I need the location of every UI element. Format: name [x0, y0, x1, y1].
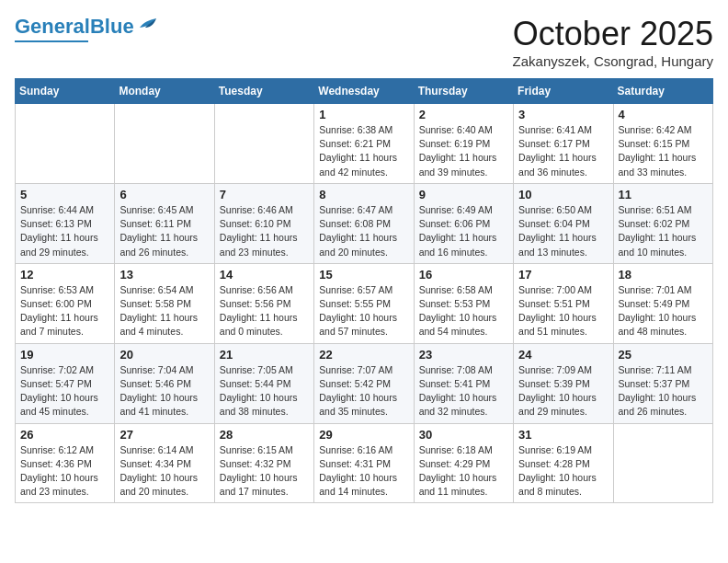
day-info: Sunrise: 6:58 AM Sunset: 5:53 PM Dayligh… — [419, 283, 508, 339]
day-info: Sunrise: 6:49 AM Sunset: 6:06 PM Dayligh… — [419, 203, 508, 259]
logo: GeneralBlue — [15, 15, 158, 44]
day-info: Sunrise: 6:44 AM Sunset: 6:13 PM Dayligh… — [20, 203, 109, 259]
calendar-cell: 19Sunrise: 7:02 AM Sunset: 5:47 PM Dayli… — [16, 343, 115, 423]
weekday-header: Thursday — [414, 79, 513, 104]
weekday-header: Monday — [115, 79, 214, 104]
day-number: 27 — [119, 428, 209, 442]
day-info: Sunrise: 6:12 AM Sunset: 4:36 PM Dayligh… — [20, 443, 109, 500]
day-number: 25 — [619, 348, 708, 362]
day-number: 29 — [319, 428, 408, 442]
calendar-cell: 11Sunrise: 6:51 AM Sunset: 6:02 PM Dayli… — [613, 183, 712, 263]
logo-blue: Blue — [90, 15, 134, 38]
calendar-cell: 22Sunrise: 7:07 AM Sunset: 5:42 PM Dayli… — [314, 343, 414, 423]
day-info: Sunrise: 6:41 AM Sunset: 6:17 PM Dayligh… — [518, 123, 608, 179]
day-number: 13 — [119, 268, 209, 282]
day-number: 20 — [119, 348, 209, 362]
calendar-cell: 7Sunrise: 6:46 AM Sunset: 6:10 PM Daylig… — [214, 183, 313, 263]
day-number: 10 — [518, 188, 608, 201]
calendar-cell: 30Sunrise: 6:18 AM Sunset: 4:29 PM Dayli… — [414, 423, 513, 503]
calendar-cell: 28Sunrise: 6:15 AM Sunset: 4:32 PM Dayli… — [214, 423, 313, 503]
day-info: Sunrise: 7:05 AM Sunset: 5:44 PM Dayligh… — [220, 363, 309, 419]
day-info: Sunrise: 6:47 AM Sunset: 6:08 PM Dayligh… — [319, 203, 408, 259]
calendar-cell: 14Sunrise: 6:56 AM Sunset: 5:56 PM Dayli… — [214, 263, 313, 343]
day-number: 15 — [319, 268, 408, 282]
calendar-cell: 24Sunrise: 7:09 AM Sunset: 5:39 PM Dayli… — [514, 343, 613, 423]
day-number: 8 — [319, 188, 408, 201]
day-number: 16 — [419, 268, 508, 282]
day-info: Sunrise: 6:51 AM Sunset: 6:02 PM Dayligh… — [619, 203, 708, 259]
calendar-cell — [16, 104, 115, 184]
day-number: 23 — [419, 348, 508, 362]
page-header: GeneralBlue October 2025 Zakanyszek, Cso… — [15, 15, 713, 69]
calendar-cell: 15Sunrise: 6:57 AM Sunset: 5:55 PM Dayli… — [314, 263, 414, 343]
day-info: Sunrise: 6:50 AM Sunset: 6:04 PM Dayligh… — [518, 203, 608, 259]
day-info: Sunrise: 6:14 AM Sunset: 4:34 PM Dayligh… — [119, 443, 209, 500]
calendar-cell: 20Sunrise: 7:04 AM Sunset: 5:46 PM Dayli… — [115, 343, 214, 423]
calendar-table: SundayMondayTuesdayWednesdayThursdayFrid… — [15, 78, 713, 503]
day-info: Sunrise: 6:18 AM Sunset: 4:29 PM Dayligh… — [419, 443, 508, 500]
day-info: Sunrise: 6:45 AM Sunset: 6:11 PM Dayligh… — [119, 203, 209, 259]
day-info: Sunrise: 7:01 AM Sunset: 5:49 PM Dayligh… — [619, 283, 708, 339]
calendar-cell: 26Sunrise: 6:12 AM Sunset: 4:36 PM Dayli… — [16, 423, 115, 503]
calendar-cell: 21Sunrise: 7:05 AM Sunset: 5:44 PM Dayli… — [214, 343, 313, 423]
calendar-cell: 2Sunrise: 6:40 AM Sunset: 6:19 PM Daylig… — [414, 104, 513, 184]
day-number: 2 — [419, 108, 508, 121]
day-info: Sunrise: 7:08 AM Sunset: 5:41 PM Dayligh… — [419, 363, 508, 419]
day-number: 18 — [619, 268, 708, 282]
calendar-cell — [214, 104, 313, 184]
day-number: 7 — [220, 188, 309, 201]
day-number: 21 — [220, 348, 309, 362]
day-number: 17 — [518, 268, 608, 282]
day-number: 19 — [20, 348, 109, 362]
day-number: 24 — [518, 348, 608, 362]
day-info: Sunrise: 6:54 AM Sunset: 5:58 PM Dayligh… — [119, 283, 209, 339]
calendar-cell: 29Sunrise: 6:16 AM Sunset: 4:31 PM Dayli… — [314, 423, 414, 503]
day-number: 9 — [419, 188, 508, 201]
logo-text: GeneralBlue — [15, 17, 134, 37]
calendar-cell: 12Sunrise: 6:53 AM Sunset: 6:00 PM Dayli… — [16, 263, 115, 343]
day-info: Sunrise: 7:09 AM Sunset: 5:39 PM Dayligh… — [518, 363, 608, 419]
day-number: 31 — [518, 428, 608, 442]
day-number: 14 — [220, 268, 309, 282]
weekday-header: Friday — [514, 79, 613, 104]
day-info: Sunrise: 6:38 AM Sunset: 6:21 PM Dayligh… — [319, 123, 408, 179]
calendar-cell: 6Sunrise: 6:45 AM Sunset: 6:11 PM Daylig… — [115, 183, 214, 263]
weekday-header: Sunday — [16, 79, 115, 104]
day-number: 3 — [518, 108, 608, 121]
calendar-cell — [115, 104, 214, 184]
calendar-week-row: 19Sunrise: 7:02 AM Sunset: 5:47 PM Dayli… — [16, 343, 713, 423]
weekday-header: Tuesday — [214, 79, 313, 104]
day-info: Sunrise: 6:56 AM Sunset: 5:56 PM Dayligh… — [220, 283, 309, 339]
day-number: 11 — [619, 188, 708, 201]
day-info: Sunrise: 7:04 AM Sunset: 5:46 PM Dayligh… — [119, 363, 209, 419]
calendar-cell: 16Sunrise: 6:58 AM Sunset: 5:53 PM Dayli… — [414, 263, 513, 343]
calendar-cell: 4Sunrise: 6:42 AM Sunset: 6:15 PM Daylig… — [613, 104, 712, 184]
calendar-cell: 1Sunrise: 6:38 AM Sunset: 6:21 PM Daylig… — [314, 104, 414, 184]
calendar-cell: 23Sunrise: 7:08 AM Sunset: 5:41 PM Dayli… — [414, 343, 513, 423]
day-info: Sunrise: 6:42 AM Sunset: 6:15 PM Dayligh… — [619, 123, 708, 179]
day-info: Sunrise: 6:46 AM Sunset: 6:10 PM Dayligh… — [220, 203, 309, 259]
day-info: Sunrise: 7:11 AM Sunset: 5:37 PM Dayligh… — [619, 363, 708, 419]
calendar-cell: 18Sunrise: 7:01 AM Sunset: 5:49 PM Dayli… — [613, 263, 712, 343]
day-number: 4 — [619, 108, 708, 121]
day-info: Sunrise: 6:40 AM Sunset: 6:19 PM Dayligh… — [419, 123, 508, 179]
calendar-cell: 13Sunrise: 6:54 AM Sunset: 5:58 PM Dayli… — [115, 263, 214, 343]
day-info: Sunrise: 6:19 AM Sunset: 4:28 PM Dayligh… — [518, 443, 608, 500]
day-number: 28 — [220, 428, 309, 442]
calendar-cell: 17Sunrise: 7:00 AM Sunset: 5:51 PM Dayli… — [514, 263, 613, 343]
day-info: Sunrise: 6:16 AM Sunset: 4:31 PM Dayligh… — [319, 443, 408, 500]
calendar-cell — [613, 423, 712, 503]
weekday-header: Saturday — [613, 79, 712, 104]
logo-general: General — [15, 15, 90, 38]
day-info: Sunrise: 6:57 AM Sunset: 5:55 PM Dayligh… — [319, 283, 408, 339]
calendar-cell: 31Sunrise: 6:19 AM Sunset: 4:28 PM Dayli… — [514, 423, 613, 503]
calendar-cell: 25Sunrise: 7:11 AM Sunset: 5:37 PM Dayli… — [613, 343, 712, 423]
calendar-week-row: 12Sunrise: 6:53 AM Sunset: 6:00 PM Dayli… — [16, 263, 713, 343]
calendar-week-row: 5Sunrise: 6:44 AM Sunset: 6:13 PM Daylig… — [16, 183, 713, 263]
calendar-cell: 27Sunrise: 6:14 AM Sunset: 4:34 PM Dayli… — [115, 423, 214, 503]
day-number: 26 — [20, 428, 109, 442]
day-info: Sunrise: 7:07 AM Sunset: 5:42 PM Dayligh… — [319, 363, 408, 419]
day-number: 1 — [319, 108, 408, 121]
day-number: 12 — [20, 268, 109, 282]
calendar-week-row: 1Sunrise: 6:38 AM Sunset: 6:21 PM Daylig… — [16, 104, 713, 184]
